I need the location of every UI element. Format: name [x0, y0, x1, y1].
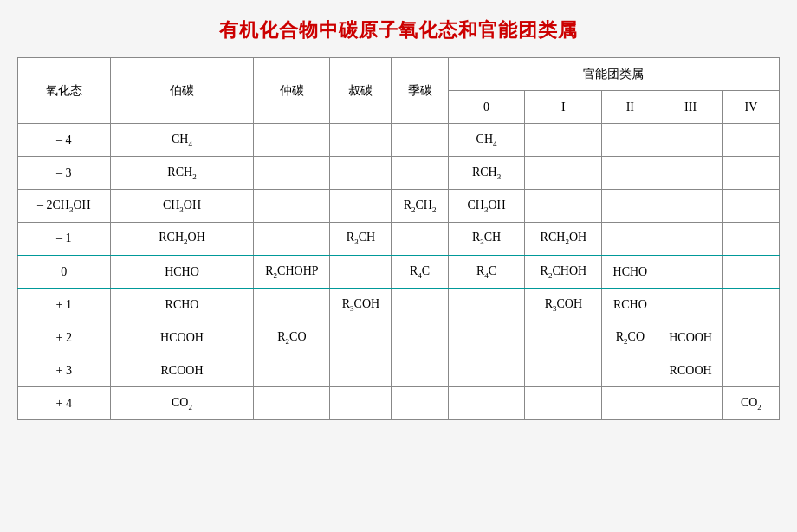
- table-row: – 1RCH2OHR3CHR3CHRCH2OH: [18, 223, 780, 256]
- table-cell: HCOOH: [110, 321, 254, 354]
- table-cell: RCOOH: [110, 354, 254, 387]
- table-cell: [602, 354, 658, 387]
- table-cell: [658, 190, 722, 223]
- table-cell: [392, 387, 448, 420]
- table-cell: CH3OH: [110, 190, 254, 223]
- table-cell: [392, 124, 448, 157]
- table-cell: [722, 190, 779, 223]
- table-cell: [722, 354, 779, 387]
- table-cell: [448, 289, 525, 321]
- table-row: + 1RCHOR3COHR3COHRCHO: [18, 289, 780, 321]
- table-cell: – 3: [18, 157, 111, 190]
- table-cell: [254, 223, 330, 256]
- table-cell: R3CH: [330, 223, 392, 256]
- table-cell: R4C: [448, 256, 525, 289]
- table-cell: RCH2OH: [110, 223, 254, 256]
- table-cell: CH4: [448, 124, 525, 157]
- table-cell: [602, 157, 658, 190]
- table-cell: HCHO: [110, 256, 254, 289]
- table-cell: [525, 124, 602, 157]
- table-cell: R3COH: [525, 289, 602, 321]
- table-cell: [658, 157, 722, 190]
- table-wrapper: 氧化态 伯碳 仲碳 叔碳 季碳 官能团类属 0 I II III IV – 4C…: [17, 57, 780, 420]
- header-f2: II: [602, 91, 658, 124]
- table-cell: CO2: [110, 387, 254, 420]
- table-cell: [392, 321, 448, 354]
- table-cell: [658, 289, 722, 321]
- table-cell: [330, 354, 392, 387]
- header-f0: 0: [448, 91, 525, 124]
- table-cell: [658, 256, 722, 289]
- table-cell: [722, 256, 779, 289]
- table-cell: + 4: [18, 387, 111, 420]
- table-cell: [254, 289, 330, 321]
- header-functional-group: 官能团类属: [448, 58, 779, 91]
- table-cell: R3CH: [448, 223, 525, 256]
- table-cell: RCH2OH: [525, 223, 602, 256]
- table-cell: [602, 190, 658, 223]
- table-cell: R2CO: [254, 321, 330, 354]
- table-cell: HCOOH: [658, 321, 722, 354]
- table-cell: RCH2: [110, 157, 254, 190]
- header-quaternary: 季碳: [392, 58, 448, 124]
- header-row-1: 氧化态 伯碳 仲碳 叔碳 季碳 官能团类属: [18, 58, 780, 91]
- table-cell: [525, 190, 602, 223]
- table-cell: [722, 321, 779, 354]
- table-cell: RCH3: [448, 157, 525, 190]
- table-cell: [254, 157, 330, 190]
- table-row: + 4CO2CO2: [18, 387, 780, 420]
- table-row: + 2HCOOHR2COR2COHCOOH: [18, 321, 780, 354]
- table-cell: [658, 387, 722, 420]
- table-cell: CO2: [722, 387, 779, 420]
- table-cell: [525, 321, 602, 354]
- table-cell: RCHO: [110, 289, 254, 321]
- table-cell: [330, 157, 392, 190]
- table-cell: [602, 124, 658, 157]
- table-cell: [448, 387, 525, 420]
- header-f3: III: [658, 91, 722, 124]
- table-cell: RCOOH: [658, 354, 722, 387]
- table-cell: [330, 124, 392, 157]
- table-cell: R4C: [392, 256, 448, 289]
- header-secondary: 仲碳: [254, 58, 330, 124]
- table-row: – 4CH4CH4: [18, 124, 780, 157]
- header-f4: IV: [722, 91, 779, 124]
- table-cell: RCHO: [602, 289, 658, 321]
- header-oxidation: 氧化态: [18, 58, 111, 124]
- table-cell: R3COH: [330, 289, 392, 321]
- table-cell: [392, 354, 448, 387]
- page-title: 有机化合物中碳原子氧化态和官能团类属: [219, 17, 578, 43]
- table-cell: [722, 289, 779, 321]
- table-cell: [722, 157, 779, 190]
- table-cell: [525, 354, 602, 387]
- table-cell: [392, 289, 448, 321]
- table-cell: [658, 124, 722, 157]
- table-cell: + 2: [18, 321, 111, 354]
- table-cell: [658, 223, 722, 256]
- table-cell: 0: [18, 256, 111, 289]
- table-cell: [392, 157, 448, 190]
- table-cell: [392, 223, 448, 256]
- table-cell: [448, 354, 525, 387]
- table-cell: CH3OH: [448, 190, 525, 223]
- table-cell: [254, 354, 330, 387]
- table-cell: R2CHOHP: [254, 256, 330, 289]
- table-cell: + 3: [18, 354, 111, 387]
- table-body: – 4CH4CH4– 3RCH2RCH3– 2CH3OHCH3OHR2CH2CH…: [18, 124, 780, 420]
- table-cell: [525, 157, 602, 190]
- table-cell: [448, 321, 525, 354]
- table-cell: R2CO: [602, 321, 658, 354]
- table-cell: [330, 256, 392, 289]
- table-cell: [330, 387, 392, 420]
- table-cell: [254, 387, 330, 420]
- table-row: 0HCHOR2CHOHPR4CR4CR2CHOHHCHO: [18, 256, 780, 289]
- table-cell: [254, 124, 330, 157]
- table-row: – 3RCH2RCH3: [18, 157, 780, 190]
- table-row: + 3RCOOHRCOOH: [18, 354, 780, 387]
- table-cell: R2CH2: [392, 190, 448, 223]
- header-primary: 伯碳: [110, 58, 254, 124]
- table-cell: [722, 223, 779, 256]
- table-cell: – 1: [18, 223, 111, 256]
- table-cell: [722, 124, 779, 157]
- table-cell: [602, 223, 658, 256]
